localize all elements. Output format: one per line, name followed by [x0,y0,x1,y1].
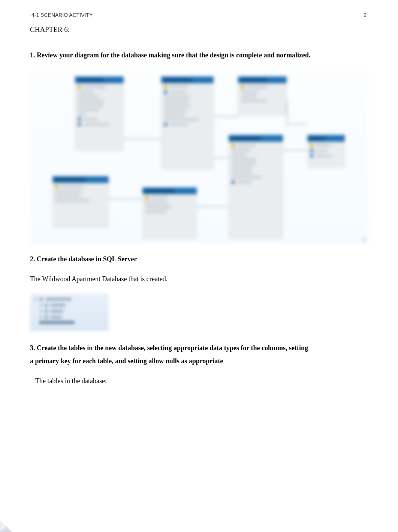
question-2-body: The Wildwood Apartment Database that is … [30,275,368,283]
running-head: 4-1 SCENARIO ACTIVITY 2 [30,12,368,18]
header-page-number: 2 [364,12,367,18]
page-fold-corner-icon [0,520,12,532]
question-2: 2. Create the database in SQL Server [30,253,368,265]
question-1: 1. Review your diagram for the database … [30,49,368,61]
question-3: 3. Create the tables in the new database… [30,342,368,367]
resize-grip-icon [361,236,366,241]
object-explorer-image [30,294,109,331]
database-diagram-image [30,71,368,244]
chapter-heading: CHAPTER 6: [30,25,368,34]
question-3-body: The tables in the database: [30,377,368,385]
question-3-line-1: 3. Create the tables in the new database… [30,344,308,352]
question-3-line-2: a primary key for each table, and settin… [30,357,223,365]
header-left: 4-1 SCENARIO ACTIVITY [31,12,93,18]
